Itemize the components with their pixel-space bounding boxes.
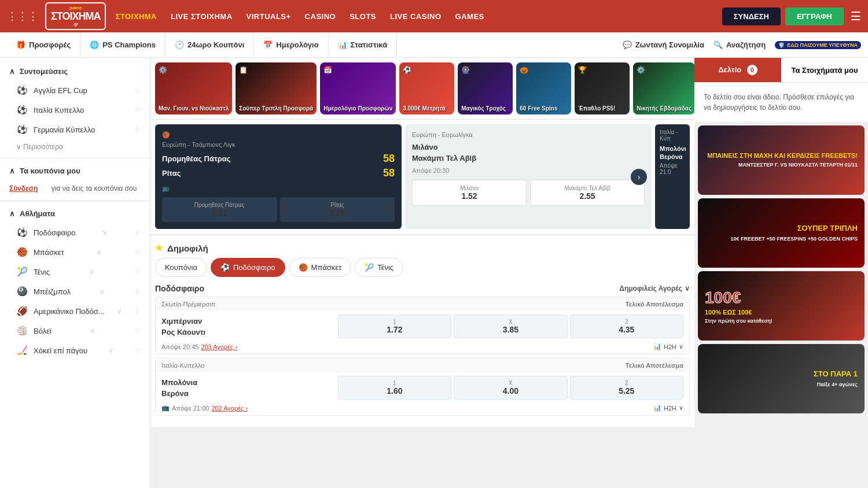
live-odd-1-team2[interactable]: Ρίτας 2.22: [280, 197, 395, 222]
register-button[interactable]: ΕΓΓΡΑΦΗ: [785, 8, 844, 25]
sidebar-item-efl[interactable]: ⚽ Αγγλία EFL Cup ☆: [0, 80, 150, 100]
odd-btn-1-1[interactable]: 1 1.72: [338, 315, 451, 338]
statistics-icon: 📊: [338, 40, 347, 49]
odd-btn-2-2[interactable]: 2 5.25: [570, 376, 683, 400]
betslip-tab-label: Δελτίο: [718, 65, 741, 74]
live-odd-1-team1[interactable]: Προμηθέας Πάτρας 1.61: [162, 197, 277, 222]
promo-card-5[interactable]: 🎃 60 Free Spins: [516, 62, 571, 114]
star-football[interactable]: ☆: [134, 228, 141, 236]
match-body-1: Χιμπέρνιαν Ρος Κάουντι 1 1.72 Χ: [156, 311, 689, 341]
site-logo[interactable]: pame ΣΤΟΙΧΗΜΑ .gr: [45, 2, 106, 30]
top-navigation: ⋮⋮⋮ pame ΣΤΟΙΧΗΜΑ .gr ΣΤΟΙΧΗΜΑ LIVE ΣΤΟΙ…: [0, 0, 868, 32]
nav-promotions[interactable]: 🎁 Προσφορές: [7, 32, 80, 58]
side-banner-3-text: 100€ 100% ΕΩΣ 100€ Στην πρώτη σου κατάθε…: [705, 287, 773, 324]
chevron-down-h2h-2: ∨: [679, 404, 683, 412]
side-banner-2[interactable]: ΣΟΥΠΕΡ ΤΡΙΠΛΗ 10€ FREEBET +50 FREESPINS …: [698, 198, 865, 268]
match-league-1: Σκωτία-Πρέμιερσιπ: [161, 301, 215, 308]
nav-live-chat[interactable]: 💬 Ζωντανή Συνομιλία: [623, 40, 704, 49]
promo-card-7[interactable]: ⚙️ Νικητής Εβδομάδας: [633, 62, 694, 114]
sidebar-item-germany-cup[interactable]: ⚽ Γερμανία Κύπελλο ☆: [0, 120, 150, 139]
nav-slots[interactable]: SLOTS: [350, 10, 376, 23]
live-odds-2: Μιλάνο 1.52 Μακάμπι Τελ Αβίβ 2.55: [412, 180, 645, 206]
coupons-login-link[interactable]: Σύνδεση: [9, 184, 38, 193]
match-markets-1[interactable]: 203 Αγορές ›: [201, 343, 237, 350]
promo-icon-5: 🎃: [520, 66, 528, 74]
promo-card-1[interactable]: 📋 Σούπερ Τριπλη Προσφορά: [236, 62, 317, 114]
tab-basketball[interactable]: 🏀 Μπάσκετ: [289, 258, 352, 277]
sidebar-sport-tennis[interactable]: 🎾 Τένις ∨ ☆: [0, 262, 150, 282]
nav-calendar[interactable]: 📅 Ημερολόγιο: [254, 32, 328, 58]
star-amfootball[interactable]: ☆: [134, 307, 141, 315]
shortcuts-section[interactable]: ∧ Συντομεύσεις: [0, 62, 150, 80]
tab-coupons[interactable]: Κουπόνια: [155, 258, 207, 277]
american-football-icon: 🏈: [16, 306, 28, 316]
promo-card-6[interactable]: 🏆 Έπαθλο PS5!: [575, 62, 630, 114]
promo-card-4[interactable]: 🎡 Μαγικός Τροχός: [458, 62, 513, 114]
star-basketball[interactable]: ☆: [134, 248, 141, 256]
nav-ps-champions[interactable]: 🌐 PS Champions: [80, 32, 165, 58]
odd-team-2a-label: Μιλάνο: [415, 185, 524, 191]
shortcuts-label: Συντομεύσεις: [20, 67, 68, 76]
odd-btn-2-1[interactable]: 1 1.60: [338, 376, 451, 400]
tab-football[interactable]: ⚽ Ποδόσφαιρο: [211, 258, 285, 277]
match-h2h-1[interactable]: 📊 Η2Η ∨: [653, 343, 683, 350]
odd-btn-1-2[interactable]: 2 4.35: [570, 315, 683, 338]
sidebar-sport-american-football[interactable]: 🏈 Αμερικάνικο Ποδόσ... ∨ ☆: [0, 301, 150, 321]
star-hockey[interactable]: ☆: [134, 346, 141, 354]
promo-card-2[interactable]: 📅 Ημερολόγιο Προσφορών: [320, 62, 396, 114]
tab-tennis[interactable]: 🎾 Τένις: [355, 258, 403, 277]
sidebar-sport-football[interactable]: ⚽ Ποδόσφαιρο ∨ ☆: [0, 223, 150, 242]
star-baseball[interactable]: ☆: [134, 287, 141, 295]
live-next-arrow-2[interactable]: ›: [631, 169, 647, 185]
sidebar-sport-baseball[interactable]: 🎱 Μπέιζμπολ ∨ ☆: [0, 282, 150, 301]
sports-section[interactable]: ∧ Αθλήματα: [0, 205, 150, 223]
nav-live-casino[interactable]: LIVE CASINO: [390, 10, 442, 23]
sidebar-item-italy-cup[interactable]: ⚽ Ιταλία Κυπελλο ☆: [0, 100, 150, 120]
side-banner-3[interactable]: 100€ 100% ΕΩΣ 100€ Στην πρώτη σου κατάθε…: [698, 271, 865, 341]
login-button[interactable]: ΣΥΝΔΕΣΗ: [722, 8, 781, 25]
sidebar-sport-basketball[interactable]: 🏀 Μπάσκετ ∨ ☆: [0, 242, 150, 262]
sidebar-sport-volleyball[interactable]: 🏐 Βόλεϊ ∨ ☆: [0, 321, 150, 341]
live-score-1a: 58: [383, 153, 395, 165]
match-h2h-2[interactable]: 📊 Η2Η ∨: [653, 404, 683, 412]
odd-btn-2-x[interactable]: Χ 4.00: [454, 376, 567, 400]
promo-icon-7: ⚙️: [637, 66, 645, 74]
nav-statistics[interactable]: 📊 Στατιστικά: [329, 32, 398, 58]
my-coupons-section[interactable]: ∧ Τα κουπόνια μου: [0, 162, 150, 180]
star-volleyball[interactable]: ☆: [134, 327, 141, 335]
betslip-tab[interactable]: Δελτίο 0: [694, 58, 781, 82]
show-more-shortcuts[interactable]: ∨ Περισσότερα: [0, 139, 150, 154]
promo-card-0[interactable]: ⚙️ Μαν. Γιουν. vs Νιούκαστλ: [155, 62, 232, 114]
nav-search[interactable]: 🔍 Αναζήτηση: [713, 40, 766, 49]
match-header-2: Ιταλία-Κυπελλο Τελικό Αποτέλεσμα: [156, 358, 689, 372]
star-tennis[interactable]: ☆: [134, 268, 141, 276]
tab-basketball-label: Μπάσκετ: [311, 263, 342, 272]
nav-casino[interactable]: CASINO: [305, 10, 336, 23]
odd-label-1b: Ρίτας: [282, 202, 392, 208]
side-banner-4[interactable]: ΣΤΟ ΠΑΡΑ 1 Παίξε 4+ αγώνες: [698, 344, 865, 413]
grid-icon[interactable]: ⋮⋮⋮: [7, 10, 38, 23]
popular-section: ★ Δημοφιλή Κουπόνια ⚽ Ποδόσφαιρο 🏀 Μπάσκ…: [150, 236, 694, 427]
my-bets-tab[interactable]: Τα Στοιχήματά μου: [781, 59, 868, 82]
live-chat-label: Ζωντανή Συνομιλία: [635, 40, 704, 49]
live-odd-2-team2[interactable]: Μακάμπι Τελ Αβίβ 2.55: [530, 180, 645, 206]
live-odd-2-team1[interactable]: Μιλάνο 1.52: [412, 180, 527, 206]
side-banner-1[interactable]: ΜΠΑΙΝΕΙΣ ΣΤΗ ΜΑΧΗ ΚΑΙ ΚΕΡΔΙΖΕΙΣ FREEBETS…: [698, 125, 865, 195]
betslip-header: Δελτίο 0 Τα Στοιχήματά μου: [694, 58, 868, 83]
nav-stoixima[interactable]: ΣΤΟΙΧΗΜΑ: [115, 10, 157, 23]
nav-links: ΣΤΟΙΧΗΜΑ LIVE ΣΤΟΙΧΗΜΑ VIRTUALS+ CASINO …: [115, 10, 717, 23]
promo-card-3[interactable]: ⚽ 3.000€ Μετρητά: [399, 62, 454, 114]
germany-cup-label: Γερμανία Κύπελλο: [34, 125, 95, 134]
sidebar-sport-hockey[interactable]: 🏒 Χόκεϊ επί πάγου ∨ ☆: [0, 341, 150, 360]
baseball-sport-icon: 🎱: [16, 286, 28, 297]
nav-24h-coupon[interactable]: 🕐 24ωρο Κουπόνι: [165, 32, 254, 58]
statistics-label: Στατιστικά: [351, 40, 388, 49]
odd-btn-1-x[interactable]: Χ 3.85: [454, 315, 567, 338]
live-time-2: Απόψε 20:30: [412, 167, 645, 174]
nav-games[interactable]: GAMES: [455, 10, 484, 23]
hamburger-icon[interactable]: ☰: [851, 9, 861, 23]
match-markets-2[interactable]: 202 Αγορές ›: [211, 405, 248, 412]
nav-virtuals[interactable]: VIRTUALS+: [247, 10, 291, 23]
nav-live-stoixima[interactable]: LIVE ΣΤΟΙΧΗΜΑ: [171, 10, 233, 23]
market-filter-btn[interactable]: Δημοφιλείς Αγορές ∨: [619, 284, 690, 293]
